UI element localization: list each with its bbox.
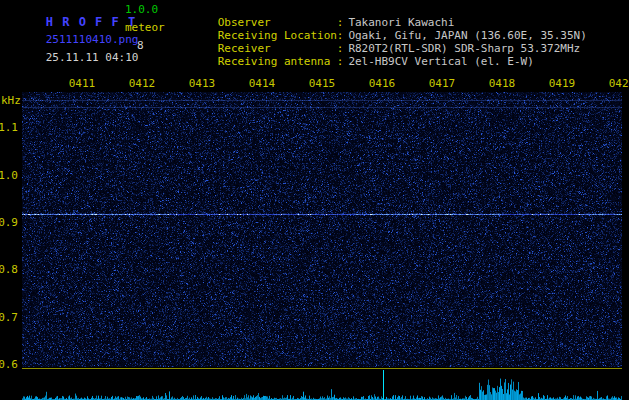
time-tick-0415: 0415: [309, 78, 336, 90]
app-title-row: H R O F F T 1.0.0: [6, 4, 178, 22]
freq-tick-0.6: 0.6: [0, 359, 18, 371]
freq-tick-0.9: 0.9: [0, 217, 18, 229]
info-row-observer: Observer:Takanori Kawachi: [178, 5, 587, 18]
level-strip-canvas: [22, 370, 622, 400]
info-value: Takanori Kawachi: [348, 16, 454, 29]
time-tick-0418: 0418: [489, 78, 516, 90]
filename-row: 2511110410.png meteor: [6, 22, 178, 40]
info-separator: :: [337, 29, 344, 42]
level-strip-panel: [22, 368, 622, 400]
hrofft-window: H R O F F T 1.0.0 2511110410.png meteor …: [0, 0, 629, 400]
app-version: 1.0.0: [125, 4, 158, 16]
freq-tick-1.1: 1.1: [0, 122, 18, 134]
freq-tick-1.0: 1.0: [0, 170, 18, 182]
freq-axis: 1.11.00.90.80.70.6: [0, 92, 20, 367]
freq-tick-0.7: 0.7: [0, 312, 18, 324]
time-tick-0413: 0413: [189, 78, 216, 90]
info-separator: :: [337, 16, 344, 29]
time-tick-0411: 0411: [69, 78, 96, 90]
info-value: 2el-HB9CV Vertical (el. E-W): [348, 55, 533, 68]
info-value: Ogaki, Gifu, JAPAN (136.60E, 35.35N): [348, 29, 586, 42]
time-tick-0420: 0420: [609, 78, 629, 90]
time-axis: 0411041204130414041504160417041804190420: [22, 78, 622, 91]
spectrogram-canvas: [22, 92, 622, 367]
datetime-row: 25.11.11 04:10 8: [6, 40, 178, 58]
echo-count: 8: [137, 40, 144, 52]
time-tick-0416: 0416: [369, 78, 396, 90]
freq-tick-0.8: 0.8: [0, 264, 18, 276]
time-tick-0417: 0417: [429, 78, 456, 90]
observation-mode: meteor: [125, 22, 165, 34]
info-label: Receiver: [218, 43, 337, 55]
info-label: Observer: [218, 17, 337, 29]
time-tick-0414: 0414: [249, 78, 276, 90]
app-info-block: H R O F F T 1.0.0 2511110410.png meteor …: [6, 4, 178, 58]
info-separator: :: [337, 42, 344, 55]
observation-datetime: 25.11.11 04:10: [46, 51, 139, 64]
info-separator: :: [337, 55, 344, 68]
time-tick-0412: 0412: [129, 78, 156, 90]
info-label: Receiving antenna: [218, 56, 337, 68]
info-value: R820T2(RTL-SDR) SDR-Sharp 53.372MHz: [348, 42, 580, 55]
station-info-block: Observer:Takanori Kawachi Receiving Loca…: [178, 5, 587, 57]
info-label: Receiving Location: [218, 30, 337, 42]
time-tick-0419: 0419: [549, 78, 576, 90]
